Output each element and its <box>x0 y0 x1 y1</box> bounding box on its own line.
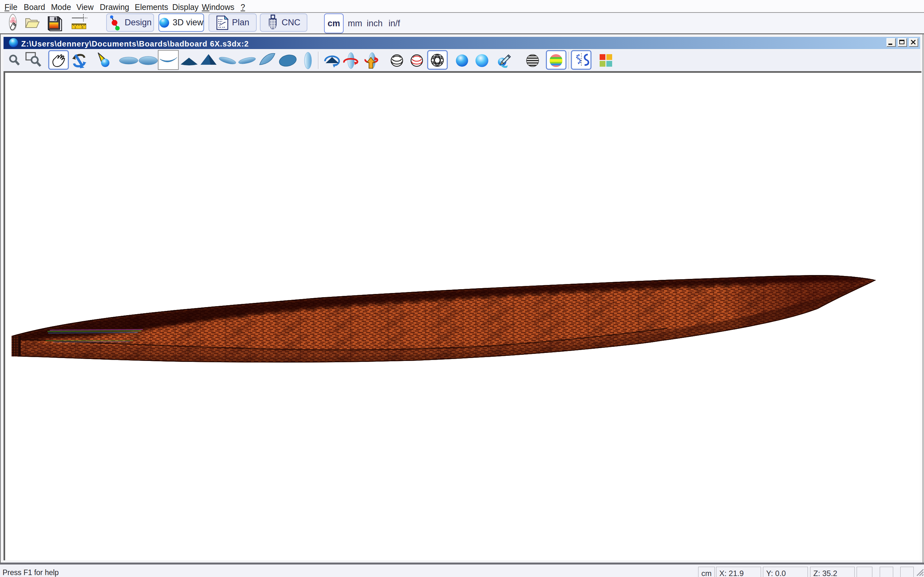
svg-text:0: 0 <box>81 26 83 29</box>
svg-text:1: 1 <box>74 26 76 29</box>
